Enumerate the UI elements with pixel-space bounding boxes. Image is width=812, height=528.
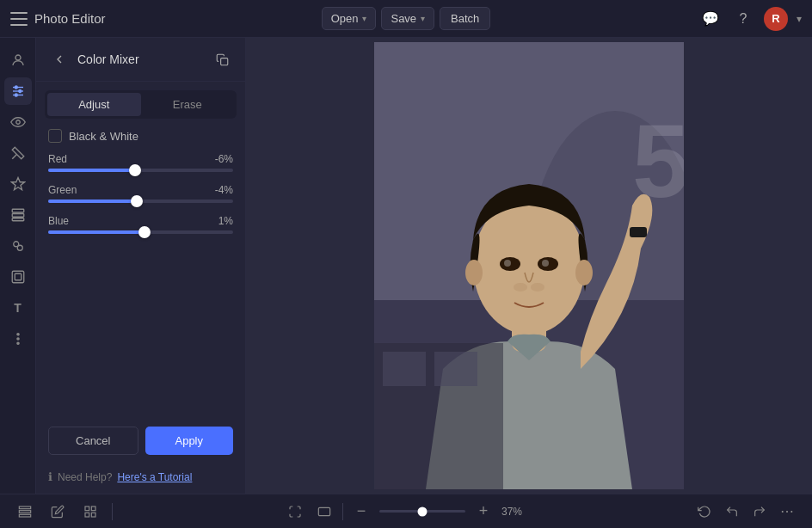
open-label: Open [331,12,359,25]
svg-rect-14 [12,271,24,283]
svg-rect-10 [12,214,24,218]
zoom-slider-thumb[interactable] [417,507,427,516]
svg-rect-11 [12,218,24,221]
sidebar-item-people[interactable] [4,46,32,74]
help-text: Need Help? [58,471,112,483]
sidebar-item-objects[interactable] [4,232,32,260]
undo-icon[interactable] [721,500,743,523]
bottombar: − + 37% ⋯ [0,494,812,528]
zoom-value: 37% [501,506,522,518]
svg-point-17 [16,338,18,340]
history-icon[interactable] [693,500,716,523]
topbar-right: 💬 ? R ▾ [490,7,802,31]
green-slider-fill [48,200,137,203]
topbar-chevron-icon[interactable]: ▾ [797,13,802,25]
sidebar-item-eye[interactable] [4,108,32,136]
redo-icon[interactable] [748,500,771,523]
red-slider-thumb[interactable] [129,164,141,176]
blue-slider-thumb[interactable] [138,226,151,238]
green-value: -4% [215,184,233,196]
svg-point-31 [514,283,527,292]
batch-button[interactable]: Batch [440,7,490,30]
zoom-out-icon[interactable]: − [350,500,372,523]
svg-point-7 [15,120,20,125]
topbar-left: Photo Editor [10,11,322,26]
menu-icon[interactable] [10,12,28,26]
svg-rect-38 [19,507,30,509]
sidebar-item-layers[interactable] [4,201,32,229]
avatar[interactable]: R [764,7,788,31]
green-slider-track[interactable] [48,200,233,203]
sliders-section: Red -6% Green -4% [36,150,245,418]
tab-adjust[interactable]: Adjust [47,93,141,116]
aspect-ratio-icon[interactable] [313,500,335,523]
svg-point-32 [531,283,544,292]
fit-screen-icon[interactable] [284,500,306,523]
tab-erase[interactable]: Erase [141,93,235,116]
save-label: Save [391,12,416,25]
sidebar-item-adjust[interactable] [4,77,32,105]
edit-icon[interactable] [46,500,69,523]
chat-icon[interactable]: 💬 [698,7,723,31]
sidebar-item-magic[interactable] [4,170,32,198]
sidebar-item-frames[interactable] [4,263,32,291]
blue-label-row: Blue 1% [48,215,233,227]
sidebar-item-text[interactable]: T [4,294,32,322]
svg-point-26 [575,260,593,285]
svg-point-0 [15,55,21,60]
layers-icon[interactable] [14,500,36,523]
sidebar-item-brush[interactable] [4,139,32,167]
svg-marker-8 [11,178,24,190]
bottom-right: ⋯ [693,500,798,523]
green-slider-thumb[interactable] [131,195,143,207]
svg-point-30 [542,260,549,267]
blue-value: 1% [218,215,233,227]
bottom-center: − + 37% [123,500,683,523]
black-white-checkbox[interactable] [48,129,62,143]
black-white-label: Black & White [69,130,138,143]
save-button[interactable]: Save ▾ [381,7,434,30]
red-slider-row: Red -6% [48,153,233,172]
panel: Color Mixer Adjust Erase Black & White R… [36,38,246,494]
svg-rect-36 [383,352,426,386]
blue-slider-track[interactable] [48,230,233,234]
open-chevron-icon: ▾ [362,14,366,23]
tutorial-link[interactable]: Here's a Tutorial [117,471,192,483]
copy-button[interactable] [211,48,233,71]
topbar: Photo Editor Open ▾ Save ▾ Batch 💬 ? R ▾ [0,0,812,38]
svg-rect-15 [15,273,22,280]
blue-slider-fill [48,230,145,234]
svg-point-4 [15,86,17,89]
sidebar: T [0,38,36,494]
open-button[interactable]: Open ▾ [322,7,377,30]
red-label: Red [48,153,67,165]
black-white-row: Black & White [36,119,245,150]
panel-tabs: Adjust Erase [45,90,237,119]
zoom-in-icon[interactable]: + [472,500,495,523]
blue-slider-row: Blue 1% [48,215,233,234]
svg-rect-19 [220,58,227,64]
app-title: Photo Editor [34,11,106,26]
main: T Color Mixer Adjust Erase Black & White [0,38,812,494]
zoom-slider-track[interactable] [379,510,465,513]
cancel-button[interactable]: Cancel [48,427,138,455]
svg-point-5 [18,90,21,93]
svg-point-13 [17,245,22,250]
topbar-center: Open ▾ Save ▾ Batch [322,7,491,30]
svg-point-16 [16,334,18,335]
svg-rect-33 [630,227,647,237]
sidebar-item-more[interactable] [4,325,32,353]
svg-rect-40 [19,514,30,517]
red-slider-fill [48,169,135,172]
back-button[interactable] [48,48,71,71]
more-options-icon[interactable]: ⋯ [776,500,798,523]
divider-2 [342,503,343,520]
apply-button[interactable]: Apply [145,427,234,455]
grid-icon[interactable] [79,500,102,523]
help-icon[interactable]: ? [731,7,755,31]
divider-1 [112,503,113,520]
green-slider-row: Green -4% [48,184,233,203]
panel-buttons: Cancel Apply [36,418,245,464]
red-slider-track[interactable] [48,169,233,172]
green-label: Green [48,184,77,196]
